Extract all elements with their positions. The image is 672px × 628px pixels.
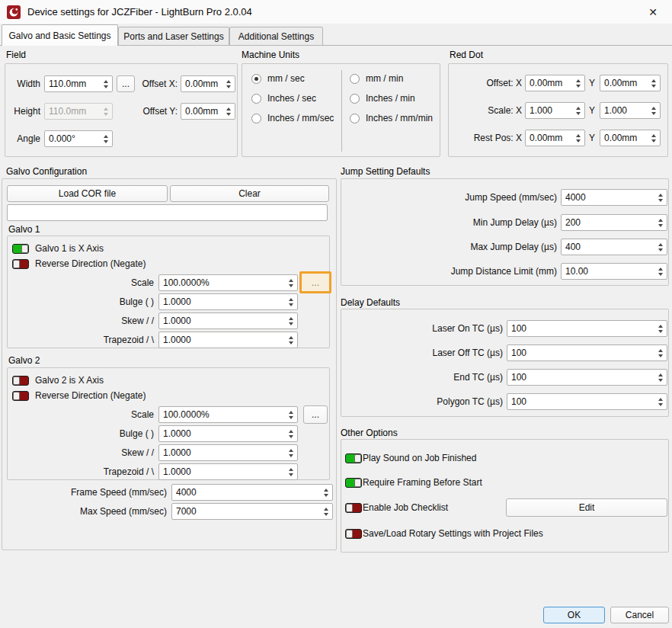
spin-up-icon[interactable] [576, 107, 581, 110]
spin-up-icon[interactable] [658, 349, 663, 352]
laser-on-tc-spinbox[interactable]: 100 [507, 320, 667, 337]
spin-up-icon[interactable] [658, 268, 663, 271]
spin-buttons[interactable] [654, 190, 667, 205]
spin-buttons[interactable] [654, 239, 667, 255]
spin-up-icon[interactable] [104, 135, 108, 138]
spin-buttons[interactable] [285, 332, 297, 348]
spin-up-icon[interactable] [658, 398, 663, 401]
spin-up-icon[interactable] [104, 80, 108, 83]
galvo1-scale-spinbox[interactable]: 100.0000% [158, 274, 298, 291]
radio-inches-sec[interactable] [251, 94, 261, 104]
galvo1-bulge-spinbox[interactable]: 1.0000 [158, 293, 298, 310]
spin-up-icon[interactable] [289, 298, 293, 301]
spin-down-icon[interactable] [289, 416, 293, 419]
red-dot-scale-y-spinbox[interactable]: 1.000 [600, 102, 661, 119]
spin-buttons[interactable] [285, 426, 297, 441]
spin-up-icon[interactable] [289, 411, 293, 414]
red-dot-rest-y-spinbox[interactable]: 0.00mm [600, 130, 661, 146]
radio-mm-sec-label[interactable]: mm / sec [267, 73, 305, 85]
galvo2-reverse-label[interactable]: Reverse Direction (Negate) [35, 390, 146, 401]
spin-up-icon[interactable] [651, 107, 656, 110]
galvo2-reverse-toggle[interactable] [12, 391, 29, 401]
radio-inches-mm-sec-label[interactable]: Inches / mm/sec [267, 113, 334, 124]
width-spinbox[interactable]: 110.0mm [44, 75, 113, 92]
spin-down-icon[interactable] [104, 140, 108, 143]
spin-up-icon[interactable] [658, 373, 663, 376]
spin-up-icon[interactable] [324, 508, 328, 511]
spin-down-icon[interactable] [324, 494, 328, 497]
spin-up-icon[interactable] [651, 134, 656, 137]
offset-y-spinbox[interactable]: 0.00mm [181, 103, 235, 120]
require-framing-label[interactable]: Require Framing Before Start [363, 477, 482, 488]
spin-buttons[interactable] [320, 504, 332, 519]
galvo2-bulge-spinbox[interactable]: 1.0000 [158, 425, 298, 442]
spin-buttons[interactable] [285, 407, 297, 422]
spin-down-icon[interactable] [226, 85, 231, 88]
spin-down-icon[interactable] [658, 199, 663, 202]
enable-job-checklist-toggle[interactable] [345, 503, 362, 513]
radio-inches-min[interactable] [350, 94, 360, 104]
frame-speed-spinbox[interactable]: 4000 [171, 484, 333, 501]
red-dot-offset-y-spinbox[interactable]: 0.00mm [600, 75, 661, 91]
galvo2-scale-spinbox[interactable]: 100.0000% [158, 406, 298, 423]
galvo1-x-axis-label[interactable]: Galvo 1 is X Axis [35, 243, 104, 254]
spin-up-icon[interactable] [289, 317, 293, 320]
cancel-button[interactable]: Cancel [610, 607, 669, 623]
spin-down-icon[interactable] [658, 224, 663, 227]
play-sound-label[interactable]: Play Sound on Job Finished [363, 453, 476, 463]
angle-spinbox[interactable]: 0.000° [44, 130, 113, 147]
galvo2-x-axis-label[interactable]: Galvo 2 is X Axis [35, 375, 104, 386]
spin-buttons[interactable] [572, 75, 584, 91]
spin-up-icon[interactable] [651, 79, 656, 82]
spin-up-icon[interactable] [658, 194, 663, 197]
max-jump-delay-spinbox[interactable]: 400 [561, 239, 667, 255]
red-dot-offset-x-spinbox[interactable]: 0.00mm [525, 75, 585, 91]
close-icon[interactable]: ✕ [642, 4, 664, 20]
spin-buttons[interactable] [320, 485, 332, 500]
spin-down-icon[interactable] [651, 112, 656, 115]
spin-down-icon[interactable] [576, 139, 581, 143]
spin-up-icon[interactable] [658, 243, 663, 246]
spin-down-icon[interactable] [289, 454, 293, 457]
galvo2-trapezoid-spinbox[interactable]: 1.0000 [158, 463, 298, 480]
polygon-tc-spinbox[interactable]: 100 [507, 393, 667, 410]
spin-down-icon[interactable] [658, 273, 663, 276]
spin-down-icon[interactable] [576, 85, 581, 88]
galvo1-skew-spinbox[interactable]: 1.0000 [158, 312, 298, 329]
ok-button[interactable]: OK [543, 607, 605, 623]
save-rotary-settings-label[interactable]: Save/Load Rotary Settings with Project F… [363, 528, 543, 539]
spin-down-icon[interactable] [226, 113, 231, 116]
spin-down-icon[interactable] [289, 303, 293, 306]
laser-off-tc-spinbox[interactable]: 100 [507, 344, 667, 361]
spin-up-icon[interactable] [226, 107, 231, 111]
spin-down-icon[interactable] [658, 330, 663, 333]
galvo2-skew-spinbox[interactable]: 1.0000 [158, 444, 298, 461]
spin-buttons[interactable] [100, 131, 112, 146]
spin-buttons[interactable] [648, 75, 660, 91]
radio-inches-mm-sec[interactable] [251, 114, 261, 123]
tab-ports-laser-settings[interactable]: Ports and Laser Settings [118, 27, 229, 46]
galvo1-scale-browse-button-highlighted[interactable]: ... [299, 271, 331, 293]
spin-up-icon[interactable] [289, 279, 293, 282]
spin-down-icon[interactable] [658, 379, 663, 382]
spin-down-icon[interactable] [576, 112, 581, 115]
spin-buttons[interactable] [654, 215, 667, 230]
spin-down-icon[interactable] [289, 284, 293, 287]
require-framing-toggle[interactable] [345, 478, 362, 488]
spin-buttons[interactable] [222, 104, 235, 119]
spin-up-icon[interactable] [576, 79, 581, 82]
radio-mm-sec[interactable] [251, 74, 261, 84]
edit-checklist-button[interactable]: Edit [506, 498, 667, 517]
spin-buttons[interactable] [572, 130, 584, 146]
load-cor-file-button[interactable]: Load COR file [7, 185, 168, 202]
spin-up-icon[interactable] [324, 489, 328, 492]
galvo2-x-axis-toggle[interactable] [12, 376, 29, 386]
spin-up-icon[interactable] [289, 449, 293, 452]
jump-distance-limit-spinbox[interactable]: 10.00 [561, 263, 667, 280]
cor-file-path-input[interactable] [7, 204, 328, 221]
spin-buttons[interactable] [648, 103, 660, 118]
spin-buttons[interactable] [222, 76, 235, 91]
spin-up-icon[interactable] [658, 325, 663, 328]
radio-inches-mm-min[interactable] [350, 114, 360, 123]
title-bar[interactable]: Device settings for JCZFiber - LightBurn… [0, 0, 672, 24]
